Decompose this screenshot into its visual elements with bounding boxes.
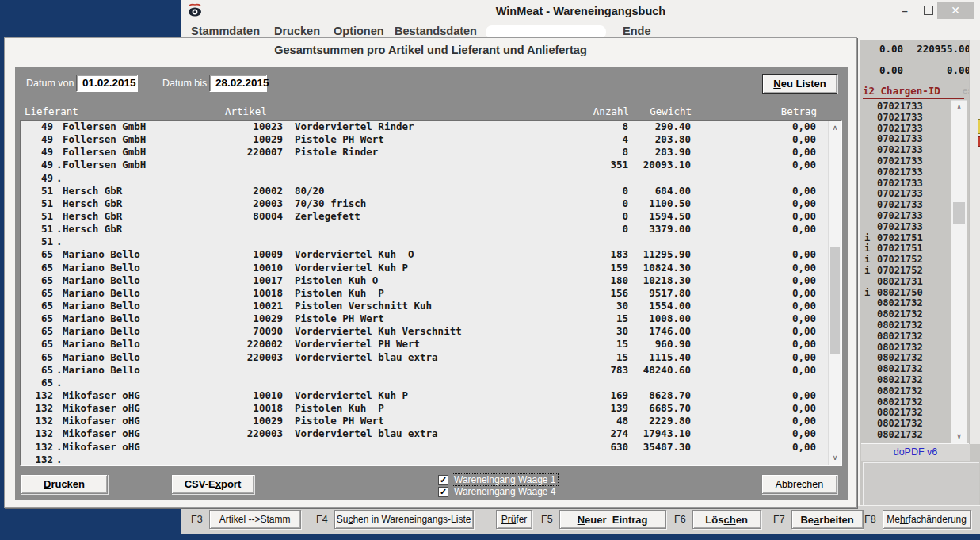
scroll-up-icon[interactable]: ∧	[951, 101, 967, 113]
close-button[interactable]: ✕	[937, 2, 974, 19]
table-row[interactable]: 51Hersch GbR80004Zerlegefett01594.500,00	[21, 210, 828, 223]
chargen-list-item[interactable]: 08021732	[860, 419, 949, 430]
date-from-input[interactable]: 01.02.2015	[76, 75, 138, 92]
table-row[interactable]: 65Mariano Bello220002Vorderviertel PH We…	[21, 338, 828, 350]
table-row[interactable]: 49Follersen GmbH10023Vorderviertel Rinde…	[21, 121, 828, 133]
table-row[interactable]: 65Mariano Bello10010Vorderviertel Kuh P1…	[21, 262, 828, 274]
chargen-list-item[interactable]: 08021732	[860, 331, 949, 343]
scroll-up-icon[interactable]: ∧	[829, 122, 841, 134]
chargen-list-item[interactable]: 07021733	[860, 211, 949, 222]
table-row[interactable]: 49.Follersen GmbH35120093.100,00	[21, 159, 828, 171]
chargen-list-item[interactable]: 08021732	[860, 386, 949, 397]
chargen-list-item[interactable]: 08021732	[860, 364, 949, 375]
chargen-list-item[interactable]: 07021733	[860, 189, 949, 200]
table-row[interactable]: 51Hersch GbR2000280/200684.000,00	[21, 185, 828, 197]
table-row[interactable]: 49..	[21, 172, 828, 185]
print-button[interactable]: Drucken	[21, 474, 108, 494]
fkey-button-artikel-stamm[interactable]: Artikel -->Stamm	[209, 510, 301, 529]
fkey-button-löschen[interactable]: Löschen	[692, 510, 761, 529]
waage-checkbox-2[interactable]: ✓	[438, 487, 448, 497]
table-row[interactable]: 132Mikofaser oHG10018Pistolen Kuh P13966…	[21, 402, 828, 415]
table-row[interactable]: 65Mariano Bello10029Pistole PH Wert15100…	[21, 312, 828, 325]
menu-item-stammdaten[interactable]: Stammdaten	[191, 25, 260, 37]
chargen-list-item[interactable]: i08021750	[860, 288, 949, 299]
table-row[interactable]: 65.Mariano Bello78348240.600,00	[21, 364, 828, 377]
chargen-list-item[interactable]: i07021751	[860, 233, 949, 244]
table-row[interactable]: 65..	[21, 377, 828, 389]
chargen-scrollbar[interactable]: ∧ ∨	[951, 100, 967, 444]
scroll-down-icon[interactable]: ∨	[951, 431, 967, 442]
chargen-list-item[interactable]: 07021733	[860, 222, 949, 233]
table-row[interactable]: 132Mikofaser oHG10029Pistole PH Wert4822…	[21, 415, 828, 427]
chargen-list-item[interactable]: 08021732	[860, 343, 949, 354]
chargen-list-item[interactable]: 08021732	[860, 309, 949, 320]
table-row[interactable]: 49Follersen GmbH220007Pistole Rinder8283…	[21, 146, 828, 159]
maximize-button[interactable]	[918, 2, 939, 19]
minimize-button[interactable]: –	[894, 2, 915, 19]
table-row[interactable]: 132..	[21, 454, 828, 465]
table-row[interactable]: 65Mariano Bello220003Vorderviertel blau …	[21, 351, 828, 364]
table-row[interactable]: 65Mariano Bello10021Pistolen Verschnitt …	[21, 300, 828, 312]
table-row[interactable]: 49Follersen GmbH10029Pistole PH Wert4203…	[21, 133, 828, 146]
csv-export-button[interactable]: CSV-Export	[171, 474, 254, 494]
chargen-list-item[interactable]: 08021732	[860, 430, 949, 441]
fkey-button-mehrfachänderung[interactable]: Mehrfachänderung	[883, 510, 971, 529]
table-row[interactable]: 51..	[21, 236, 828, 248]
chargen-list-item[interactable]: 08021732	[860, 298, 949, 309]
chargen-list-item[interactable]: 07021733	[860, 167, 949, 178]
table-row[interactable]: 65Mariano Bello10018Pistolen Kuh P156951…	[21, 287, 828, 300]
chargen-list-item[interactable]: 07021733	[860, 145, 949, 156]
fkey-button-suchen-in-wareneingangs-liste[interactable]: Suchen in Wareneingangs-Liste	[334, 510, 474, 529]
chargen-flag	[860, 113, 877, 124]
table-row[interactable]: 51Hersch GbR2000370/30 frisch01100.500,0…	[21, 197, 828, 210]
chargen-list-item[interactable]: 07021733	[860, 134, 949, 145]
chargen-flag	[860, 343, 877, 354]
printer-selector[interactable]: doPDF v6	[861, 443, 970, 461]
checkbox-label[interactable]: Wareneingang Waage 1	[452, 474, 558, 485]
table-row[interactable]: 132Mikofaser oHG220003Vorderviertel blau…	[21, 427, 828, 440]
scrollbar-thumb[interactable]	[953, 202, 965, 224]
menu-item-drucken[interactable]: Drucken	[274, 25, 320, 37]
fkey-button-bearbeiten[interactable]: Bearbeiten	[791, 510, 864, 529]
chargen-list-item[interactable]: 07021733	[860, 101, 949, 113]
chargen-list-item[interactable]: 08021732	[860, 375, 949, 386]
chargen-list-item[interactable]: i07021752	[860, 266, 949, 277]
chargen-list-item[interactable]: i07021751	[860, 243, 949, 255]
table-row[interactable]: 132Mikofaser oHG10010Vorderviertel Kuh P…	[21, 389, 828, 402]
menu-item-bestandsdaten[interactable]: Bestandsdaten	[395, 25, 477, 37]
menu-item-ende[interactable]: Ende	[623, 25, 650, 37]
fkey-button-neuer-eintrag[interactable]: Neuer Eintrag	[559, 510, 666, 529]
chargen-list-item[interactable]: 07021733	[860, 124, 949, 135]
cell-anz: 0	[577, 197, 632, 210]
table-scrollbar[interactable]: ∧ ∨	[828, 121, 841, 465]
cell-no: 65	[21, 262, 53, 274]
chargen-list-item[interactable]: 07021733	[860, 200, 949, 211]
table-row[interactable]: 65Mariano Bello10017Pistolen Kuh O180102…	[21, 274, 828, 287]
cell-dot	[53, 402, 63, 415]
chargen-list-item[interactable]: 08021732	[860, 408, 949, 419]
checkbox-label[interactable]: Wareneingang Waage 4	[452, 486, 558, 497]
chargen-list-item[interactable]: 08021731	[860, 277, 949, 288]
chargen-list-item[interactable]: 08021732	[860, 397, 949, 408]
menu-item-optionen[interactable]: Optionen	[334, 25, 384, 37]
chargen-list-item[interactable]: 07021733	[860, 156, 949, 167]
date-to-input[interactable]: 28.02.2015	[209, 75, 267, 92]
chargen-list-item[interactable]: 07021733	[860, 113, 949, 124]
cancel-button[interactable]: Abbrechen	[761, 474, 837, 494]
chargen-list-item[interactable]: 07021733	[860, 178, 949, 190]
table-row[interactable]: 65Mariano Bello10009Vorderviertel Kuh O1…	[21, 248, 828, 261]
chargen-list-item[interactable]: 08021732	[860, 320, 949, 331]
scroll-down-icon[interactable]: ∨	[829, 452, 841, 464]
chargen-flag	[860, 353, 877, 364]
chargen-list-item[interactable]: 08021732	[860, 353, 949, 364]
cell-artno: 220002	[209, 338, 285, 350]
chargen-id: 08021732	[877, 298, 949, 309]
scrollbar-thumb[interactable]	[830, 247, 840, 354]
table-row[interactable]: 132.Mikofaser oHG63035487.300,00	[21, 441, 828, 454]
table-row[interactable]: 51.Hersch GbR03379.000,00	[21, 223, 828, 236]
chargen-list-item[interactable]: i07021752	[860, 255, 949, 266]
new-lists-button[interactable]: Neu Listen	[762, 74, 837, 94]
table-row[interactable]: 65Mariano Bello70090Vorderviertel Kuh Ve…	[21, 325, 828, 338]
waage-checkbox-1[interactable]: ✓	[438, 475, 448, 485]
fkey-button-prüfer[interactable]: Prüfer	[496, 510, 532, 529]
